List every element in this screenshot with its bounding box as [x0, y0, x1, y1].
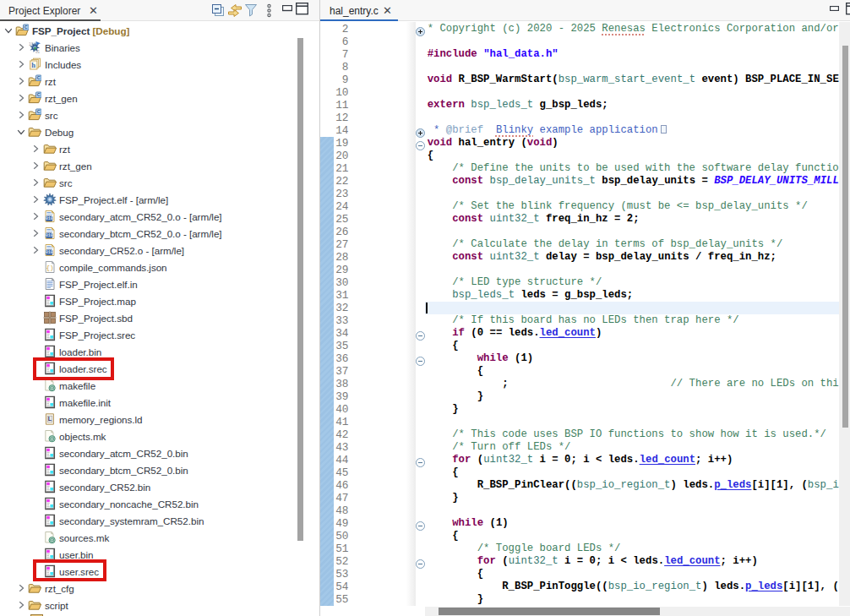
svg-text:C: C	[37, 92, 41, 97]
svg-text:01: 01	[35, 50, 41, 54]
svg-text:L: L	[48, 416, 52, 422]
svg-text:010: 010	[46, 233, 53, 238]
svg-text:C: C	[25, 25, 28, 30]
svg-text:010: 010	[46, 250, 53, 255]
svg-text:C: C	[37, 75, 41, 80]
svg-text:C: C	[37, 109, 41, 114]
svg-text:{): {)	[46, 264, 54, 271]
svg-text:h: h	[31, 61, 35, 69]
svg-text:010: 010	[46, 216, 53, 221]
